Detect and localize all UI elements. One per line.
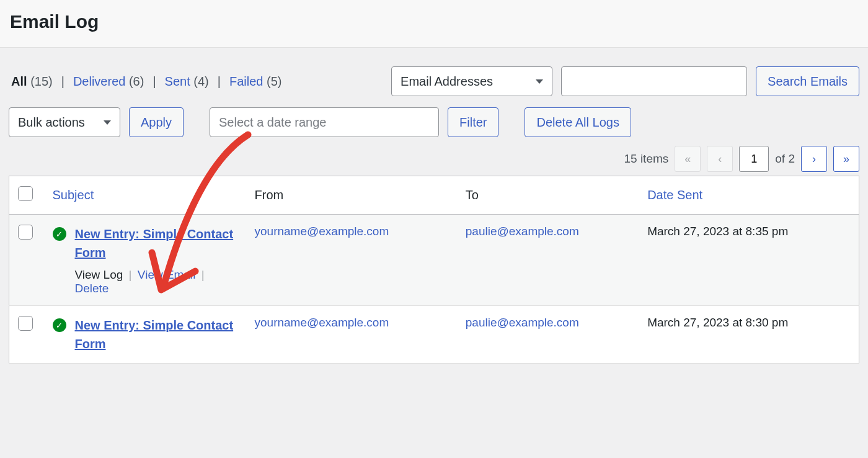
column-subject[interactable]: Subject xyxy=(44,176,246,215)
column-from: From xyxy=(246,176,457,215)
filter-failed[interactable]: Failed xyxy=(229,74,263,88)
filter-button[interactable]: Filter xyxy=(448,107,498,137)
filter-sent-count: (4) xyxy=(193,74,208,88)
apply-button[interactable]: Apply xyxy=(129,107,184,137)
column-date-sent[interactable]: Date Sent xyxy=(639,176,859,215)
filter-row: All (15) | Delivered (6) | Sent (4) | Fa… xyxy=(9,66,859,96)
select-all-checkbox[interactable] xyxy=(18,186,33,201)
last-page-button[interactable]: » xyxy=(833,146,859,172)
subject-link[interactable]: New Entry: Simple Contact Form xyxy=(75,225,237,262)
email-log-table: Subject From To Date Sent ✓ New Entry: S… xyxy=(9,176,859,364)
from-cell: yourname@example.com xyxy=(246,215,457,306)
filter-all[interactable]: All xyxy=(11,74,27,88)
bulk-actions-dropdown[interactable]: Bulk actions xyxy=(9,107,120,137)
row-actions: View Log | View Email | Delete xyxy=(75,268,237,295)
from-cell: yourname@example.com xyxy=(246,306,457,364)
delete-all-logs-button[interactable]: Delete All Logs xyxy=(525,107,631,137)
next-page-button[interactable]: › xyxy=(801,146,827,172)
chevron-down-icon xyxy=(536,79,543,84)
filter-right: Email Addresses Search Emails xyxy=(391,66,859,96)
filter-sent[interactable]: Sent xyxy=(165,74,190,88)
bulk-actions-label: Bulk actions xyxy=(18,115,85,130)
row-checkbox[interactable] xyxy=(18,316,33,331)
status-filters: All (15) | Delivered (6) | Sent (4) | Fa… xyxy=(9,74,284,89)
page-title: Email Log xyxy=(10,11,858,32)
date-placeholder: Select a date range xyxy=(219,115,326,130)
content-area: All (15) | Delivered (6) | Sent (4) | Fa… xyxy=(0,48,868,364)
delete-link[interactable]: Delete xyxy=(75,282,109,295)
filter-delivered[interactable]: Delivered xyxy=(73,74,125,88)
separator: | xyxy=(218,74,221,89)
action-row: Bulk actions Apply Select a date range F… xyxy=(9,107,859,137)
email-dropdown-label: Email Addresses xyxy=(401,74,493,89)
filter-failed-count: (5) xyxy=(267,74,281,88)
delivered-icon: ✓ xyxy=(53,318,66,332)
chevron-down-icon xyxy=(104,120,111,125)
delivered-icon: ✓ xyxy=(53,227,66,241)
column-to: To xyxy=(457,176,639,215)
email-addresses-dropdown[interactable]: Email Addresses xyxy=(391,66,552,96)
view-email-link[interactable]: View Email xyxy=(138,268,196,281)
separator: | xyxy=(61,74,64,89)
select-all-header xyxy=(9,176,44,215)
filter-all-count: (15) xyxy=(30,74,53,88)
table-row: ✓ New Entry: Simple Contact Form yournam… xyxy=(9,306,859,364)
table-row: ✓ New Entry: Simple Contact Form View Lo… xyxy=(9,215,859,306)
page-header: Email Log xyxy=(0,0,868,48)
to-cell: paulie@example.com xyxy=(457,306,639,364)
date-range-input[interactable]: Select a date range xyxy=(210,107,439,137)
pagination: 15 items « ‹ of 2 › » xyxy=(9,146,859,172)
search-input[interactable] xyxy=(561,66,747,96)
to-cell: paulie@example.com xyxy=(457,215,639,306)
filter-delivered-count: (6) xyxy=(129,74,144,88)
view-log-link[interactable]: View Log xyxy=(75,268,123,281)
prev-page-button: ‹ xyxy=(707,146,733,172)
of-pages: of 2 xyxy=(775,152,795,166)
items-count: 15 items xyxy=(624,152,668,166)
date-cell: March 27, 2023 at 8:35 pm xyxy=(647,225,788,238)
page-input[interactable] xyxy=(739,146,769,172)
row-checkbox[interactable] xyxy=(18,225,33,240)
date-cell: March 27, 2023 at 8:30 pm xyxy=(647,316,788,329)
first-page-button: « xyxy=(675,146,701,172)
subject-link[interactable]: New Entry: Simple Contact Form xyxy=(75,316,237,353)
separator: | xyxy=(153,74,156,89)
search-emails-button[interactable]: Search Emails xyxy=(756,66,859,96)
